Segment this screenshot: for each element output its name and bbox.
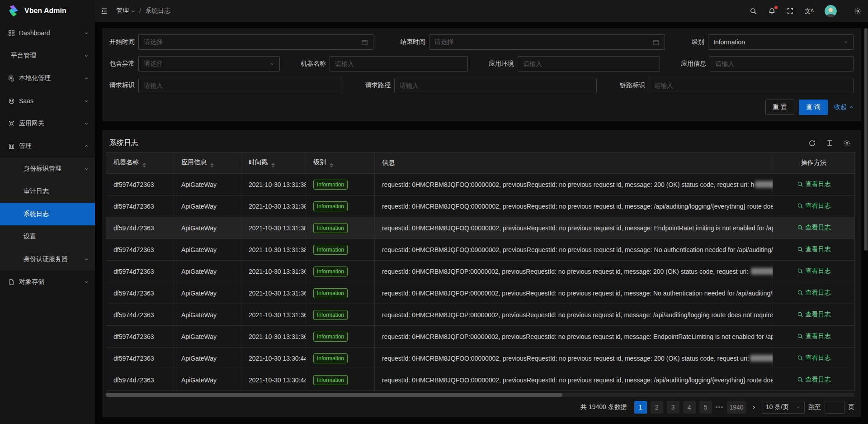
filter-field-request-id: 请求标识 [109, 78, 342, 93]
table-row[interactable]: df5974d72363ApiGateWay2021-10-30 13:31:3… [106, 304, 855, 326]
logo[interactable]: Vben Admin [0, 0, 95, 22]
table-row[interactable]: df5974d72363ApiGateWay2021-10-30 13:31:3… [106, 195, 855, 217]
page-button-1940[interactable]: 1940 [727, 401, 745, 414]
bell-icon[interactable] [768, 7, 776, 15]
sidebar-item-label: 身份标识管理 [24, 165, 61, 173]
trace-id-input[interactable] [649, 78, 854, 93]
vertical-scrollbar-thumb[interactable] [864, 28, 868, 251]
page-button-5[interactable]: 5 [699, 401, 712, 414]
sort-carets-icon[interactable] [330, 163, 333, 167]
settings-icon[interactable] [854, 7, 862, 15]
column-header[interactable]: 机器名称 [106, 152, 174, 174]
end-time-input[interactable]: 请选择 [429, 34, 665, 50]
view-log-link[interactable]: 查看日志 [797, 354, 831, 362]
page-button-2[interactable]: 2 [651, 401, 663, 414]
field-label: 级别 [692, 38, 704, 46]
view-log-link[interactable]: 查看日志 [797, 310, 831, 319]
jump-label: 跳至 [808, 403, 821, 411]
next-page-button[interactable] [751, 405, 756, 410]
action-cell: 查看日志 [773, 326, 855, 348]
sidebar-item-label: 设置 [24, 233, 36, 241]
column-height-icon[interactable] [826, 139, 833, 147]
include-exception-select[interactable]: 请选择 [138, 56, 280, 71]
page-button-3[interactable]: 3 [667, 401, 679, 414]
sidebar-item-label: 管理 [19, 142, 32, 150]
view-log-link[interactable]: 查看日志 [797, 376, 831, 384]
view-log-link[interactable]: 查看日志 [797, 289, 831, 297]
chevron-down-icon [796, 405, 801, 410]
sidebar-item-saas[interactable]: Saas [0, 90, 95, 112]
chevron-down-icon [84, 76, 89, 81]
jump-page-input[interactable] [825, 401, 844, 414]
table-row[interactable]: df5974d72363ApiGateWay2021-10-30 13:30:4… [106, 348, 855, 369]
column-header[interactable]: 应用信息 [174, 152, 241, 174]
machine-cell: df5974d72363 [106, 239, 174, 261]
collapse-link[interactable]: 收起 [834, 103, 854, 111]
search-icon [797, 311, 803, 318]
request-path-input[interactable] [394, 78, 597, 93]
table-row[interactable]: df5974d72363ApiGateWay2021-10-30 13:31:3… [106, 326, 855, 348]
table-row[interactable]: df5974d72363ApiGateWay2021-10-30 13:31:3… [106, 282, 855, 304]
view-log-link[interactable]: 查看日志 [797, 180, 831, 188]
page-button-1[interactable]: 1 [634, 401, 647, 414]
page-ellipsis[interactable]: ••• [716, 404, 724, 411]
sidebar-item-label: Saas [19, 97, 33, 105]
sort-carets-icon[interactable] [271, 163, 275, 167]
sidebar-item-platform[interactable]: 平台管理 [0, 44, 95, 67]
sidebar-item-settings[interactable]: 设置 [0, 225, 95, 248]
view-log-link[interactable]: 查看日志 [797, 224, 831, 232]
menu-fold-icon[interactable] [100, 7, 108, 15]
submenu-manage: 身份标识管理审计日志系统日志设置身份认证服务器 [0, 157, 95, 271]
translate-icon[interactable]: 文A [805, 8, 814, 14]
page-size-select[interactable]: 10 条/页 [762, 401, 805, 414]
search-icon[interactable] [750, 7, 757, 15]
table-toolbar [808, 139, 854, 147]
sort-carets-icon[interactable] [210, 163, 214, 167]
machine-name-input[interactable] [330, 56, 468, 71]
table-row[interactable]: df5974d72363ApiGateWay2021-10-30 13:31:3… [106, 217, 855, 239]
view-log-link[interactable]: 查看日志 [797, 245, 831, 253]
table-row[interactable]: df5974d72363ApiGateWay2021-10-30 13:30:4… [106, 369, 855, 391]
column-header[interactable]: 级别 [306, 152, 375, 174]
sidebar-item-object-storage[interactable]: 对象存储 [0, 271, 95, 293]
horizontal-scrollbar-thumb[interactable] [106, 393, 562, 397]
page-button-4[interactable]: 4 [683, 401, 696, 414]
query-button[interactable]: 查 询 [799, 100, 828, 115]
breadcrumb-section[interactable]: 管理 [116, 7, 129, 15]
app-env-input[interactable] [518, 56, 660, 71]
localization-icon [8, 75, 15, 82]
sidebar-item-system-log[interactable]: 系统日志 [0, 203, 95, 225]
table-row[interactable]: df5974d72363ApiGateWay2021-10-30 13:31:3… [106, 174, 855, 195]
sidebar-item-identity-manage[interactable]: 身份标识管理 [0, 157, 95, 180]
view-log-link[interactable]: 查看日志 [797, 332, 831, 340]
search-icon [797, 333, 803, 339]
sidebar-item-localization[interactable]: 本地化管理 [0, 67, 95, 90]
sidebar-item-dashboard[interactable]: Dashboard [0, 22, 95, 44]
horizontal-scrollbar[interactable] [106, 393, 854, 397]
table-row[interactable]: df5974d72363ApiGateWay2021-10-30 13:31:3… [106, 239, 855, 261]
app-info-input[interactable] [710, 56, 854, 71]
sort-carets-icon[interactable] [142, 163, 146, 167]
table-settings-icon[interactable] [843, 139, 851, 147]
sidebar-item-auth-server[interactable]: 身份认证服务器 [0, 248, 95, 271]
sidebar-item-gateway[interactable]: 应用网关 [0, 112, 95, 135]
action-cell: 查看日志 [773, 261, 855, 282]
field-label: 请求路径 [365, 81, 391, 90]
view-log-link[interactable]: 查看日志 [797, 202, 831, 210]
view-log-link[interactable]: 查看日志 [797, 267, 831, 275]
reset-button[interactable]: 重 置 [765, 100, 794, 115]
filter-row: 请求标识请求路径链路标识 [109, 78, 854, 93]
log-table: 机器名称应用信息时间戳级别信息操作方法 df5974d72363ApiGateW… [106, 152, 855, 391]
level-select[interactable]: Information [708, 34, 854, 50]
table-row[interactable]: df5974d72363ApiGateWay2021-10-30 13:31:3… [106, 261, 855, 282]
sidebar-item-manage[interactable]: 管理 [0, 135, 95, 157]
avatar[interactable] [825, 5, 837, 17]
column-header[interactable]: 时间戳 [241, 152, 306, 174]
refresh-icon[interactable] [808, 139, 816, 147]
start-time-input[interactable]: 请选择 [138, 34, 373, 50]
action-cell: 查看日志 [773, 239, 855, 261]
sidebar-item-audit-log[interactable]: 审计日志 [0, 180, 95, 203]
request-id-input[interactable] [138, 78, 342, 93]
timestamp-cell: 2021-10-30 13:31:36 [241, 326, 306, 348]
fullscreen-icon[interactable] [787, 7, 794, 14]
